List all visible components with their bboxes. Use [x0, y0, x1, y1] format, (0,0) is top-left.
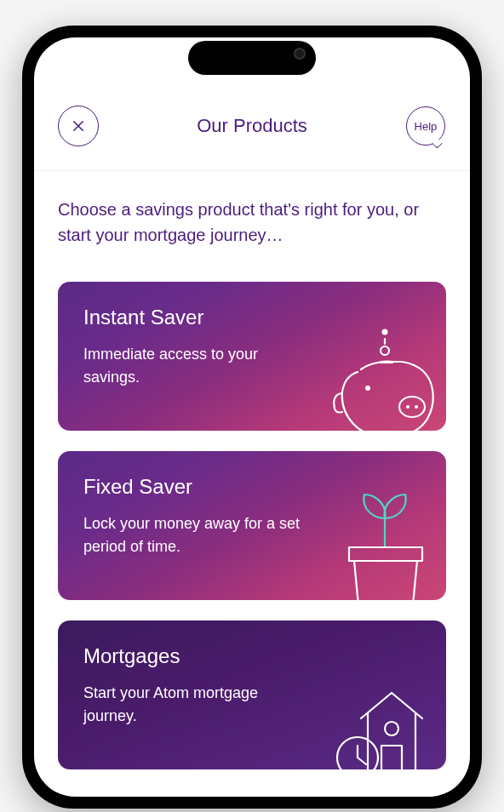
- help-button-label: Help: [415, 120, 438, 133]
- help-button[interactable]: Help: [405, 106, 446, 146]
- page-title: Our Products: [197, 115, 307, 137]
- house-icon: [324, 664, 434, 769]
- plant-pot-icon: [324, 477, 434, 600]
- svg-point-11: [385, 722, 398, 735]
- phone-screen: Our Products Help Choose a savings produ…: [34, 37, 470, 797]
- intro-text: Choose a savings product that's right fo…: [58, 197, 446, 248]
- svg-point-2: [382, 329, 388, 335]
- svg-point-7: [399, 397, 425, 417]
- product-card-instant-saver[interactable]: Instant Saver Immediate access to your s…: [58, 282, 446, 431]
- svg-line-15: [358, 758, 366, 764]
- help-bubble-icon: Help: [406, 106, 445, 146]
- product-card-mortgages[interactable]: Mortgages Start your Atom mortgage journ…: [58, 620, 446, 769]
- product-desc: Lock your money away for a set period of…: [83, 512, 302, 558]
- header: Our Products Help: [34, 89, 470, 171]
- product-desc: Immediate access to your savings.: [83, 343, 302, 389]
- phone-frame: Our Products Help Choose a savings produ…: [22, 26, 482, 809]
- svg-point-8: [406, 405, 410, 409]
- phone-notch: [188, 41, 316, 75]
- content: Choose a savings product that's right fo…: [34, 171, 470, 769]
- svg-point-6: [365, 386, 370, 391]
- close-icon: [71, 118, 86, 134]
- product-desc: Start your Atom mortgage journey.: [83, 682, 302, 728]
- phone-camera: [294, 48, 306, 60]
- svg-point-9: [415, 405, 418, 409]
- product-card-fixed-saver[interactable]: Fixed Saver Lock your money away for a s…: [58, 451, 446, 600]
- svg-point-4: [381, 346, 389, 355]
- svg-rect-12: [381, 746, 402, 769]
- close-button[interactable]: [58, 106, 99, 146]
- piggy-bank-icon: [324, 325, 434, 431]
